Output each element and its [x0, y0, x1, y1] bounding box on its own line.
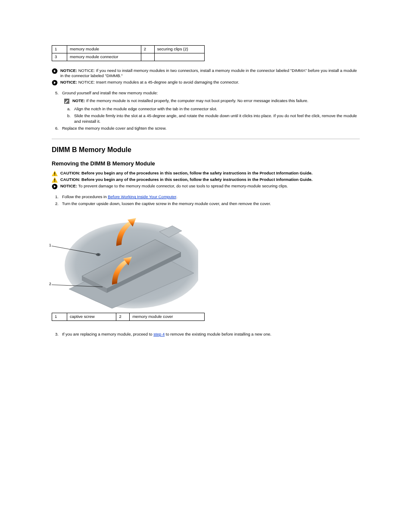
step-text: Replace the memory module cover and tigh… — [62, 126, 360, 131]
step-text: Turn the computer upside down, loosen th… — [62, 201, 360, 207]
caution-label: CAUTION: — [60, 171, 80, 175]
note-body: If the memory module is not installed pr… — [86, 98, 308, 103]
figure-callout-2: 2 — [49, 282, 51, 286]
section-heading: DIMM B Memory Module — [52, 145, 360, 155]
step: 2. Turn the computer upside down, loosen… — [52, 201, 360, 207]
cell-label: securing clips (2) — [154, 46, 204, 53]
step-number: a. — [64, 106, 71, 112]
notice-label: NOTICE: — [60, 68, 77, 73]
caution-label: CAUTION: — [60, 177, 80, 182]
caution-body: Before you begin any of the procedures i… — [81, 177, 312, 182]
cell-label: memory module — [67, 46, 141, 53]
figure-callout-1: 1 — [49, 243, 51, 248]
step-number: 5. — [52, 90, 59, 96]
warning-icon — [52, 177, 58, 183]
svg-rect-3 — [54, 172, 55, 174]
cell-num: 2 — [141, 46, 154, 53]
notice-text: NOTICE: NOTICE: If you need to install m… — [60, 68, 360, 79]
svg-rect-5 — [54, 179, 55, 181]
notice-row: NOTICE: NOTICE: Insert memory modules at… — [52, 80, 360, 86]
sub-step: a. Align the notch in the module edge co… — [64, 106, 360, 112]
notice-body: To prevent damage to the memory module c… — [78, 184, 288, 188]
step-number: 6. — [52, 126, 59, 131]
notice-text: NOTICE: NOTICE: Insert memory modules at… — [60, 80, 360, 85]
step: 1. Follow the procedures in Before Worki… — [52, 194, 360, 200]
notice-icon — [52, 184, 58, 190]
cell-label: captive screw — [67, 313, 116, 321]
table-row: 3 memory module connector — [52, 53, 205, 61]
note-label: NOTE: — [72, 98, 85, 103]
step-text: Ground yourself and install the new memo… — [62, 90, 360, 96]
cell-num: 1 — [52, 46, 67, 53]
sub-heading: Removing the DIMM B Memory Module — [52, 160, 360, 168]
step-pre: If you are replacing a memory module, pr… — [62, 332, 153, 336]
notice-icon — [52, 80, 58, 86]
note-text: NOTE: If the memory module is not instal… — [72, 98, 360, 104]
step: 6. Replace the memory module cover and t… — [52, 126, 360, 131]
step-text: Align the notch in the module edge conne… — [74, 106, 360, 112]
notice-label: NOTICE: — [60, 80, 77, 84]
step-number: 2. — [52, 201, 59, 207]
link-before-working[interactable]: Before Working Inside Your Computer — [108, 194, 176, 199]
cell-label — [154, 53, 204, 61]
notice-body: NOTICE: If you need to install memory mo… — [60, 68, 357, 78]
step-pre: Follow the procedures in — [62, 194, 108, 199]
caution-text: CAUTION: Before you begin any of the pro… — [60, 171, 360, 176]
notice-row: NOTICE: To prevent damage to the memory … — [52, 184, 360, 190]
step-text: If you are replacing a memory module, pr… — [62, 332, 360, 337]
cell-num: 3 — [52, 53, 67, 61]
step-text: Follow the procedures in Before Working … — [62, 194, 360, 200]
content-column: 1 memory module 2 securing clips (2) 3 m… — [52, 45, 360, 337]
svg-rect-4 — [54, 175, 55, 176]
caution-row: CAUTION: Before you begin any of the pro… — [52, 171, 360, 176]
svg-rect-6 — [54, 181, 55, 182]
page: 1 memory module 2 securing clips (2) 3 m… — [0, 0, 411, 532]
step: 5. Ground yourself and install the new m… — [52, 90, 360, 96]
step-post: . — [176, 194, 177, 199]
parts-table-1: 1 memory module 2 securing clips (2) 3 m… — [52, 45, 205, 61]
table-row: 1 memory module 2 securing clips (2) — [52, 46, 205, 53]
cell-label: memory module cover — [130, 313, 205, 321]
caution-text: CAUTION: Before you begin any of the pro… — [60, 177, 360, 183]
caution-row: CAUTION: Before you begin any of the pro… — [52, 177, 360, 183]
cell-num: 1 — [52, 313, 67, 321]
step-post: to remove the existing module before ins… — [165, 332, 271, 336]
notice-row: NOTICE: NOTICE: If you need to install m… — [52, 68, 360, 79]
notice-label: NOTICE: — [60, 184, 77, 188]
step-number: 1. — [52, 194, 59, 200]
section-divider — [52, 139, 360, 139]
note-icon — [64, 98, 70, 104]
figure-container: 1 2 — [52, 209, 360, 308]
warning-icon — [52, 171, 58, 176]
cell-num: 2 — [116, 313, 130, 321]
step: 3. If you are replacing a memory module,… — [52, 332, 360, 337]
parts-table-2: 1 captive screw 2 memory module cover — [52, 313, 205, 321]
memory-cover-figure: 1 2 — [52, 209, 198, 308]
caution-body: Before you begin any of the procedures i… — [81, 171, 312, 175]
cell-label: memory module connector — [67, 53, 141, 61]
link-step-4[interactable]: step 4 — [153, 332, 165, 336]
notice-body: NOTICE: Insert memory modules at a 45-de… — [78, 80, 239, 84]
cell-num — [141, 53, 154, 61]
notice-icon — [52, 68, 58, 74]
step-text: Slide the module firmly into the slot at… — [74, 113, 360, 124]
table-row: 1 captive screw 2 memory module cover — [52, 313, 205, 321]
step-number: 3. — [52, 332, 59, 337]
step-number: b. — [64, 113, 71, 119]
sub-step: b. Slide the module firmly into the slot… — [64, 113, 360, 124]
notice-text: NOTICE: To prevent damage to the memory … — [60, 184, 360, 189]
note-row: NOTE: If the memory module is not instal… — [64, 98, 360, 104]
